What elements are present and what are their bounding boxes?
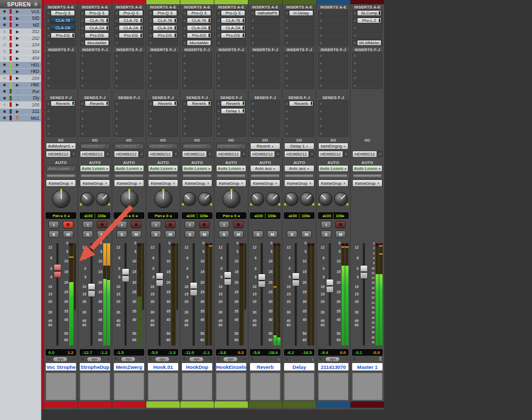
track-list-item[interactable]: ▶202 [0, 35, 41, 42]
send-slot[interactable] [80, 115, 110, 122]
insert-button[interactable]: Pro-DS [51, 32, 75, 38]
solo-button[interactable]: S [185, 230, 195, 238]
insert-slot[interactable] [284, 60, 314, 67]
strip-grab-bar[interactable] [115, 175, 143, 177]
send-slot[interactable] [250, 130, 280, 137]
pan-knob-right[interactable] [300, 192, 314, 206]
insert-slot[interactable]: Pro-Q 3 [46, 10, 76, 17]
input-path-button[interactable]: HDS965217▼ [114, 143, 144, 150]
volume-peak-display[interactable]: -0.1-0.0 [352, 349, 383, 356]
insert-slot[interactable] [284, 32, 314, 39]
automation-mode-button[interactable]: Auto Lesen▼ [216, 165, 246, 172]
insert-slot[interactable] [284, 67, 314, 74]
automation-updown-icon[interactable]: ⇅ [80, 357, 84, 361]
pan-value-display[interactable]: ◂100 │ 100▸ [318, 212, 348, 219]
insert-slot[interactable] [284, 52, 314, 59]
insert-slot[interactable] [114, 52, 144, 59]
fader-cap[interactable] [189, 282, 197, 296]
send-slot[interactable] [114, 115, 144, 122]
strip-grab-bar[interactable] [251, 175, 279, 177]
fader-cap[interactable] [223, 271, 231, 285]
strip-grab-bar[interactable] [81, 175, 109, 177]
strip-grab-bar[interactable] [285, 175, 313, 177]
automation-updown-icon[interactable]: ⇅ [148, 357, 152, 361]
insert-slot[interactable] [46, 82, 76, 89]
insert-slot[interactable] [284, 24, 314, 31]
insert-slot[interactable] [216, 52, 246, 59]
dyn-button[interactable]: dyn [121, 357, 136, 362]
insert-slot[interactable]: CLA-2A [46, 24, 76, 31]
comments-box[interactable] [216, 373, 246, 400]
insert-button[interactable]: CLA-76 [221, 18, 245, 23]
insert-slot[interactable]: CLA-76 [182, 17, 212, 24]
insert-button[interactable]: Pro-Q 3 [119, 10, 143, 16]
send-slot[interactable] [216, 130, 246, 137]
send-slot[interactable] [318, 100, 348, 107]
track-active-dot[interactable] [3, 117, 6, 119]
tracks-panel-menu-icon[interactable]: ▼ [33, 1, 39, 7]
track-name-tag[interactable]: 211413070 [318, 363, 348, 370]
output-path-button[interactable]: HD965212 [352, 151, 377, 158]
send-slot[interactable]: Reverb [216, 100, 246, 107]
mute-button[interactable]: M [97, 230, 107, 238]
comments-box[interactable] [352, 373, 383, 400]
input-path-button[interactable]: Delay 1▼ [284, 143, 314, 150]
send-slot[interactable] [318, 108, 348, 114]
automation-mode-button[interactable]: Auto Lesen▼ [318, 165, 348, 172]
mute-button[interactable]: M [301, 230, 312, 238]
insert-slot[interactable]: MurdaMel [182, 39, 212, 46]
insert-slot[interactable] [216, 60, 246, 67]
dyn-button[interactable]: dyn [325, 357, 340, 362]
track-active-dot[interactable] [3, 110, 6, 113]
send-button[interactable]: Reverb [51, 101, 75, 106]
input-monitor-button[interactable]: I [151, 221, 161, 228]
output-plus-icon[interactable]: + [242, 151, 246, 158]
fader-cap[interactable] [155, 273, 163, 286]
solo-button[interactable]: S [287, 230, 297, 238]
insert-slot[interactable] [46, 75, 76, 81]
insert-slot[interactable] [114, 75, 144, 81]
insert-slot[interactable] [46, 52, 76, 59]
fader[interactable] [155, 241, 164, 348]
insert-button[interactable]: Pro-DS [187, 32, 211, 38]
input-path-button[interactable]: keinEingng▼ [318, 143, 348, 150]
insert-button[interactable]: Pro-DS [221, 32, 245, 38]
insert-slot[interactable] [250, 82, 280, 89]
solo-button[interactable]: S [321, 230, 331, 238]
output-path-button[interactable]: HD965212 [318, 151, 343, 158]
automation-updown-icon[interactable]: ⇅ [182, 357, 186, 361]
insert-button[interactable]: Pro-Q 3 [187, 10, 211, 16]
send-button[interactable]: Reverb [221, 101, 245, 106]
volume-peak-display[interactable]: -1.5 [114, 349, 144, 356]
solo-button[interactable]: S [48, 230, 59, 238]
insert-button[interactable]: MurdaMel [85, 40, 109, 46]
mute-button[interactable]: M [165, 230, 176, 238]
insert-slot[interactable]: CLA-2A [114, 24, 144, 31]
insert-slot[interactable] [216, 67, 246, 74]
track-list-item[interactable]: ΣMs1 [0, 115, 41, 122]
input-monitor-button[interactable]: I [48, 221, 59, 228]
track-active-dot[interactable] [3, 97, 6, 100]
send-slot[interactable] [46, 130, 76, 137]
insert-slot[interactable]: CLA-2A [182, 24, 212, 31]
record-arm-button[interactable] [335, 221, 346, 228]
output-plus-icon[interactable]: + [71, 151, 76, 158]
fastforward-icon[interactable]: » [209, 357, 212, 361]
send-slot[interactable] [46, 122, 76, 129]
insert-slot[interactable]: SLComp [352, 10, 383, 17]
send-slot[interactable] [182, 130, 212, 137]
automation-updown-icon[interactable]: ⇅ [285, 357, 288, 361]
comments-box[interactable] [46, 373, 76, 400]
fader[interactable] [325, 241, 334, 348]
pan-knob-left[interactable] [251, 192, 264, 206]
volume-peak-display[interactable]: 0.01.2 [46, 349, 76, 356]
insert-button[interactable]: ValhallaPlt [255, 10, 279, 16]
insert-slot[interactable] [80, 82, 110, 89]
send-slot[interactable] [318, 122, 348, 129]
automation-mode-button[interactable]: Auto Lesen▼ [352, 165, 383, 172]
pan-knob-right[interactable] [334, 192, 348, 206]
pan-knob[interactable] [222, 190, 240, 208]
volume-peak-display[interactable]: -11.0-2.1 [182, 349, 212, 356]
insert-slot[interactable] [284, 82, 314, 89]
group-assign-button[interactable]: KeineGrup▼ [250, 179, 280, 187]
